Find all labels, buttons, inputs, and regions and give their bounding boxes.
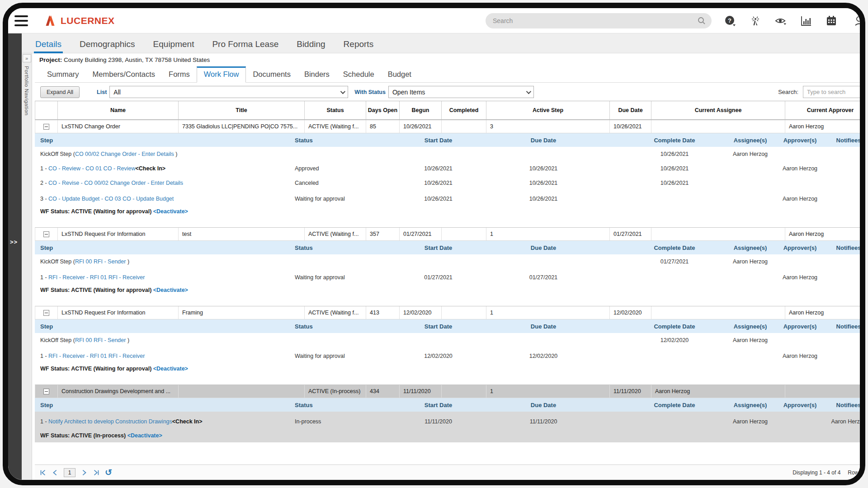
broadcast-tower-icon[interactable] <box>750 15 761 27</box>
cell-title: test <box>179 228 305 240</box>
workflow-row[interactable]: Construction Drawings Development and ..… <box>35 385 860 398</box>
tab-members-contacts[interactable]: Members/Contacts <box>86 67 162 82</box>
list-dropdown[interactable]: All <box>109 86 348 98</box>
portfolio-collapse-button[interactable]: » <box>23 54 31 62</box>
step-start-date: 10/26/2021 <box>415 180 462 186</box>
sidebar-expand-button[interactable]: >> <box>10 239 18 245</box>
step-link[interactable]: CO 00/02 Change Order - Enter Details <box>75 151 174 157</box>
step-link[interactable]: RFI - Receiver - RFI 01 RFI - Receiver <box>48 274 145 281</box>
step-approver: Aaron Herzog <box>776 274 824 281</box>
step-text: ) <box>126 258 129 265</box>
with-status-dropdown[interactable]: Open Items <box>388 86 534 98</box>
table-search-input[interactable] <box>803 86 865 98</box>
header-active-step[interactable]: Active Step <box>486 101 610 119</box>
step-link[interactable]: RFI 00 RFI - Sender <box>75 258 126 265</box>
header-days-open[interactable]: Days Open <box>366 101 400 119</box>
tab-details[interactable]: Details <box>35 39 61 49</box>
tab-bidding[interactable]: Bidding <box>297 39 325 49</box>
header-current-assignee[interactable]: Current Assignee <box>651 101 785 119</box>
refresh-icon[interactable]: ↺ <box>105 468 112 477</box>
tab-schedule[interactable]: Schedule <box>336 67 381 82</box>
global-search-input[interactable] <box>493 17 697 24</box>
tab-summary[interactable]: Summary <box>40 67 86 82</box>
collapse-row-icon[interactable] <box>43 124 49 130</box>
tab-forms[interactable]: Forms <box>162 67 197 82</box>
step-header-step: Step <box>40 323 295 330</box>
step-assignee: Aaron Herzog <box>724 151 776 157</box>
header-current-approver[interactable]: Current Approver <box>785 101 860 119</box>
previous-page-button[interactable] <box>52 469 59 476</box>
step-start-date: 10/26/2021 <box>415 196 462 202</box>
workflow-row[interactable]: LxSTND Request For Information Framing A… <box>35 306 860 319</box>
header-name[interactable]: Name <box>58 101 179 119</box>
step-header-due-date: Due Date <box>462 323 625 330</box>
collapse-row-icon[interactable] <box>43 231 49 237</box>
calendar-icon[interactable] <box>826 15 837 27</box>
step-link[interactable]: RFI 00 RFI - Sender <box>75 337 126 343</box>
header-completed[interactable]: Completed <box>442 101 486 119</box>
step-link[interactable]: Notify Architect to develop Construction… <box>48 418 172 425</box>
step-complete-date: 01/27/2021 <box>625 258 724 265</box>
step-header-assignees: Assignee(s) <box>724 244 776 251</box>
workflow-row[interactable]: LxSTND Change Order 7335 Gladiolus LLC|P… <box>35 120 860 133</box>
step-link[interactable]: CO - Update Budget - CO 03 CO - Update B… <box>48 196 174 202</box>
step-complete-date: 10/26/2021 <box>625 165 724 172</box>
step-header-approvers: Approver(s) <box>776 244 824 251</box>
deactivate-link[interactable]: <Deactivate> <box>153 366 188 372</box>
header-due-date[interactable]: Due Date <box>610 101 651 119</box>
step-complete-date: 10/26/2021 <box>625 180 724 186</box>
cell-current-approver: Aaron Herzog <box>785 228 860 240</box>
bar-chart-icon[interactable] <box>800 15 812 27</box>
step-header-start-date: Start Date <box>415 402 462 408</box>
workflow-row[interactable]: LxSTND Request For Information test ACTI… <box>35 227 860 241</box>
header-status[interactable]: Status <box>305 101 366 119</box>
tab-reports[interactable]: Reports <box>344 39 374 49</box>
collapse-row-icon[interactable] <box>43 389 49 394</box>
tab-binders[interactable]: Binders <box>297 67 336 82</box>
deactivate-link[interactable]: <Deactivate> <box>127 432 162 439</box>
watch-eye-icon[interactable] <box>775 15 787 27</box>
collapse-row-icon[interactable] <box>43 310 49 316</box>
cell-due-date: 12/02/2020 <box>610 306 651 319</box>
deactivate-link[interactable]: <Deactivate> <box>153 287 188 293</box>
first-page-button[interactable] <box>39 469 47 476</box>
clipped-user-icon[interactable] <box>851 15 863 27</box>
check-in-link[interactable]: <Check In> <box>172 418 203 425</box>
tab-documents[interactable]: Documents <box>246 67 297 82</box>
top-bar: LUCERNEX ? <box>8 8 860 33</box>
step-start-date: 12/02/2020 <box>415 353 462 359</box>
next-page-button[interactable] <box>80 469 88 476</box>
last-page-button[interactable] <box>93 469 100 476</box>
tab-demographics[interactable]: Demographics <box>80 39 135 49</box>
expand-all-button[interactable]: Expand All <box>40 86 80 98</box>
header-title[interactable]: Title <box>179 101 305 119</box>
tab-equipment[interactable]: Equipment <box>153 39 194 49</box>
step-link[interactable]: CO - Review - CO 01 CO - Review <box>48 165 135 172</box>
global-search[interactable] <box>486 13 712 28</box>
top-icon-bar: ? <box>724 15 863 27</box>
deactivate-link[interactable]: <Deactivate> <box>153 208 188 215</box>
step-assignee: Aaron Herzog <box>724 418 776 425</box>
tab-budget[interactable]: Budget <box>381 67 418 82</box>
tab-work-flow[interactable]: Work Flow <box>197 66 246 83</box>
step-link[interactable]: CO - Revise - CO 00/02 Change Order - En… <box>48 180 183 186</box>
step-text: KickOff Step ( <box>40 337 75 343</box>
page-number-input[interactable]: 1 <box>64 468 75 477</box>
app-window: LUCERNEX ? <box>3 3 865 485</box>
cell-name: LxSTND Request For Information <box>58 306 179 319</box>
step-assignee: Aaron Herzog <box>724 258 776 265</box>
tab-pro-forma-lease[interactable]: Pro Forma Lease <box>212 39 278 49</box>
lucernex-logo[interactable]: LUCERNEX <box>43 14 115 28</box>
step-link[interactable]: RFI - Receiver - RFI 01 RFI - Receiver <box>48 353 145 359</box>
step-status: In-process <box>295 418 415 425</box>
cell-status: ACTIVE (Waiting f... <box>305 120 366 133</box>
header-begun[interactable]: Begun <box>400 101 442 119</box>
hamburger-menu-icon[interactable] <box>14 15 28 26</box>
list-label: List <box>97 89 107 95</box>
step-status: Waiting for approval <box>295 274 415 281</box>
step-start-date: 01/27/2021 <box>415 274 462 281</box>
check-in-link[interactable]: <Check In> <box>135 165 165 172</box>
search-icon[interactable] <box>697 16 706 25</box>
help-icon[interactable]: ? <box>724 15 736 27</box>
step-text: KickOff Step ( <box>40 151 75 157</box>
